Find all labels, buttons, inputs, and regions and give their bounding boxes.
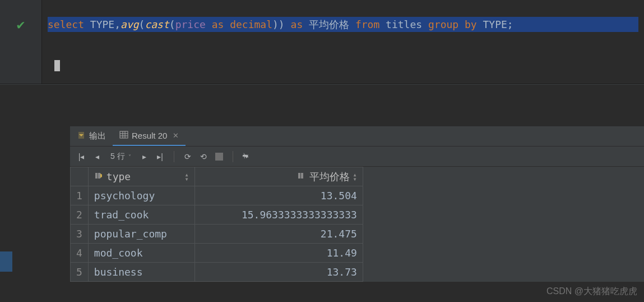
row-count-dropdown[interactable]: 5 行 ˅ — [106, 152, 136, 162]
success-check-icon: ✔ — [17, 17, 25, 84]
svg-rect-7 — [298, 173, 300, 179]
editor-gutter: ✔ — [0, 0, 42, 84]
cell-rownum: 3 — [71, 225, 89, 244]
header-avg-label: 平均价格 — [309, 170, 350, 184]
cell-avg[interactable]: 15.9633333333333333 — [194, 205, 363, 225]
close-icon[interactable]: ✕ — [173, 131, 179, 140]
pin-icon[interactable] — [240, 150, 253, 163]
cell-type[interactable]: mod_cook — [88, 244, 194, 263]
sort-icon[interactable]: ▴▾ — [353, 172, 357, 181]
panel-gap — [0, 84, 644, 126]
results-panel: 输出 Result 20 ✕ |◂ ◂ 5 行 ˅ ▸ ▸| ⟳ ⟲ — [70, 126, 644, 282]
column-icon — [297, 171, 306, 182]
cell-rownum: 5 — [71, 263, 89, 282]
last-page-icon[interactable]: ▸| — [154, 150, 167, 163]
results-tabs: 输出 Result 20 ✕ — [70, 126, 644, 147]
table-row[interactable]: 5business13.73 — [71, 263, 363, 282]
sql-editor[interactable]: select TYPE,avg(cast(price as decimal)) … — [42, 0, 644, 84]
header-type[interactable]: type ▴▾ — [88, 167, 194, 186]
cell-type[interactable]: psychology — [88, 186, 194, 205]
toolbar-separator — [233, 151, 233, 162]
svg-rect-0 — [120, 131, 128, 138]
cell-avg[interactable]: 13.73 — [194, 263, 363, 282]
table-row[interactable]: 2trad_cook15.9633333333333333 — [71, 205, 363, 225]
sql-line[interactable]: select TYPE,avg(cast(price as decimal)) … — [48, 17, 638, 32]
cell-type[interactable]: business — [88, 263, 194, 282]
next-page-icon[interactable]: ▸ — [138, 150, 151, 163]
tab-result[interactable]: Result 20 ✕ — [113, 126, 186, 146]
header-rownum[interactable] — [71, 167, 89, 186]
tab-output-label: 输出 — [89, 131, 106, 141]
editor-area: ✔ select TYPE,avg(cast(price as decimal)… — [0, 0, 644, 84]
svg-rect-8 — [301, 173, 303, 179]
prev-page-icon[interactable]: ◂ — [90, 150, 104, 163]
refresh-icon[interactable]: ⟳ — [181, 150, 194, 163]
header-avg[interactable]: 平均价格 ▴▾ — [194, 167, 363, 186]
results-toolbar: |◂ ◂ 5 行 ˅ ▸ ▸| ⟳ ⟲ — [70, 147, 644, 167]
table-icon — [119, 130, 128, 141]
refresh-auto-icon[interactable]: ⟲ — [197, 150, 210, 163]
result-table: type ▴▾ 平均价格 ▴▾ 1psychology13.5042 — [70, 167, 363, 282]
tab-output[interactable]: 输出 — [70, 126, 113, 146]
chevron-down-icon: ˅ — [128, 154, 131, 160]
sort-icon[interactable]: ▴▾ — [185, 172, 189, 181]
cell-avg[interactable]: 13.504 — [194, 186, 363, 205]
editor-cursor — [54, 60, 60, 71]
cell-type[interactable]: trad_cook — [88, 205, 194, 225]
cell-rownum: 4 — [71, 244, 89, 263]
column-icon — [94, 171, 103, 182]
cell-type[interactable]: popular_comp — [88, 225, 194, 244]
cell-rownum: 1 — [71, 186, 89, 205]
left-selection-strip — [0, 251, 12, 272]
output-icon — [77, 131, 86, 141]
row-count-label: 5 行 — [110, 152, 125, 161]
cell-avg[interactable]: 21.475 — [194, 225, 363, 244]
svg-rect-6 — [98, 173, 100, 179]
tab-result-label: Result 20 — [132, 131, 167, 140]
first-page-icon[interactable]: |◂ — [75, 150, 88, 163]
watermark: CSDN @大猪猪吃虎虎 — [546, 286, 637, 298]
stop-icon[interactable] — [212, 150, 226, 163]
cell-avg[interactable]: 11.49 — [194, 244, 363, 263]
toolbar-separator — [174, 151, 174, 162]
svg-rect-5 — [95, 173, 98, 179]
table-row[interactable]: 3popular_comp21.475 — [71, 225, 363, 244]
table-row[interactable]: 1psychology13.504 — [71, 186, 363, 205]
table-row[interactable]: 4mod_cook11.49 — [71, 244, 363, 263]
cell-rownum: 2 — [71, 205, 89, 225]
header-type-label: type — [106, 171, 131, 182]
